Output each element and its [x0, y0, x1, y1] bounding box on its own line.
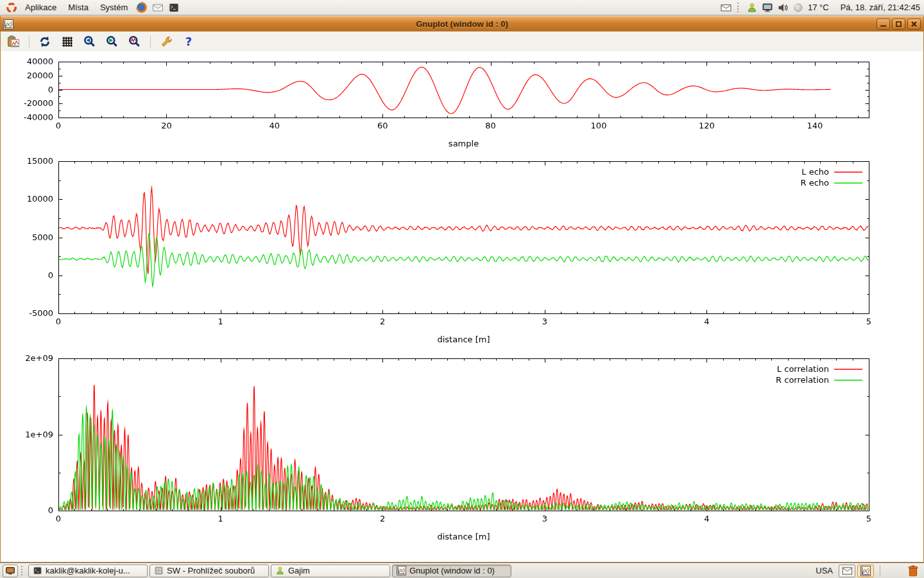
- user-switcher-icon[interactable]: [746, 2, 758, 13]
- replot-button[interactable]: [36, 33, 54, 50]
- volume-icon[interactable]: [777, 2, 789, 13]
- taskbar-item-gajim[interactable]: Gajim: [271, 565, 390, 577]
- zoom-previous-button[interactable]: [81, 33, 99, 50]
- desktop: { "panel": { "menus": [ {"label": "Aplik…: [0, 0, 924, 578]
- show-desktop-button[interactable]: [3, 565, 18, 577]
- menu-applications[interactable]: Aplikace: [20, 2, 62, 13]
- tray-mail-button[interactable]: [839, 565, 855, 577]
- taskbar-item-gnuplot[interactable]: Gnuplot (window id : 0): [392, 565, 511, 577]
- taskbar-drag-handle: [21, 566, 25, 575]
- top-panel: Aplikace Místa Systém: [0, 0, 924, 15]
- window-title: Gnuplot (window id : 0): [1, 19, 923, 29]
- toolbar-separator: [150, 35, 151, 48]
- taskbar-item-file-manager[interactable]: SW - Prohlížeč souborů: [150, 565, 269, 577]
- gnuplot-icon: [860, 566, 871, 576]
- close-button[interactable]: [907, 19, 921, 30]
- minimize-button[interactable]: [877, 19, 890, 30]
- clock-label[interactable]: Pá, 18. září, 21:42:45: [841, 3, 920, 12]
- plots-canvas: [1, 51, 923, 562]
- task-label: Gajim: [288, 566, 310, 575]
- mail-icon: [842, 566, 853, 575]
- task-label: kaklik@kaklik-kolej-u...: [46, 566, 130, 575]
- panel-drag-handle: [737, 3, 741, 12]
- toolbar: ?: [1, 31, 923, 52]
- gnuplot-window: Gnuplot (window id : 0): [0, 16, 924, 563]
- toggle-grid-button[interactable]: [58, 33, 76, 50]
- zoom-next-button[interactable]: [103, 33, 121, 50]
- toolbar-separator: [29, 35, 30, 48]
- window-icon: [3, 19, 13, 30]
- trash-icon: [907, 565, 920, 577]
- task-label: Gnuplot (window id : 0): [409, 566, 495, 575]
- firefox-launcher-icon[interactable]: [134, 1, 149, 14]
- display-settings-icon[interactable]: [762, 2, 773, 13]
- gnuplot-icon: [397, 566, 406, 575]
- terminal-icon: [33, 566, 42, 575]
- gajim-icon: [275, 566, 285, 575]
- task-label: SW - Prohlížeč souborů: [167, 566, 255, 575]
- help-button[interactable]: ?: [180, 33, 198, 50]
- keyboard-layout-indicator[interactable]: USA: [816, 566, 833, 575]
- menu-places[interactable]: Místa: [63, 2, 94, 13]
- weather-icon[interactable]: [792, 2, 804, 13]
- terminal-launcher-icon[interactable]: [166, 1, 181, 14]
- apply-zoom-button[interactable]: [126, 33, 144, 50]
- mail-notification-icon[interactable]: [720, 2, 732, 13]
- plot-area: [1, 51, 923, 562]
- maximize-button[interactable]: [892, 19, 905, 30]
- ubuntu-menu-icon[interactable]: [4, 1, 19, 14]
- copy-to-clipboard-button[interactable]: [4, 33, 22, 50]
- taskbar-item-terminal[interactable]: kaklik@kaklik-kolej-u...: [28, 565, 148, 577]
- help-icon: ?: [185, 35, 192, 48]
- taskbar: kaklik@kaklik-kolej-u... SW - Prohlížeč …: [0, 563, 924, 578]
- mail-launcher-icon[interactable]: [150, 1, 165, 14]
- settings-button[interactable]: [157, 33, 175, 50]
- temperature-label[interactable]: 17 °C: [808, 3, 829, 12]
- file-manager-icon: [154, 566, 164, 575]
- taskbar-separator: [880, 565, 880, 577]
- tray-gnuplot-button[interactable]: [857, 565, 874, 577]
- menu-system[interactable]: Systém: [95, 2, 133, 13]
- trash-button[interactable]: [905, 564, 921, 578]
- titlebar[interactable]: Gnuplot (window id : 0): [1, 16, 923, 31]
